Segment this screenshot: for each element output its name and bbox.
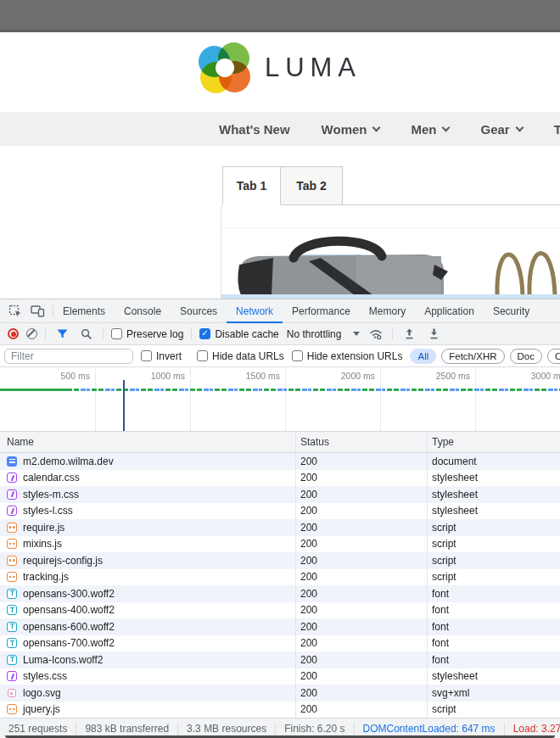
table-row[interactable]: opensans-600.woff2 200 font bbox=[0, 618, 560, 635]
column-header-name[interactable]: Name bbox=[0, 436, 295, 448]
store-logo[interactable]: LUMA bbox=[0, 42, 560, 93]
search-button[interactable] bbox=[78, 326, 95, 343]
devtools-tab-bar: Elements Console Sources Network Perform… bbox=[0, 299, 560, 323]
table-row[interactable]: Luma-Icons.woff2 200 font bbox=[0, 651, 560, 668]
hide-extension-urls-checkbox[interactable] bbox=[292, 350, 303, 361]
table-row[interactable]: jquery.js 200 script bbox=[0, 702, 560, 718]
request-name: styles.css bbox=[23, 670, 67, 682]
nav-item-gear[interactable]: Gear bbox=[480, 122, 522, 137]
devtools-tab-application[interactable]: Application bbox=[415, 299, 484, 323]
preserve-log-checkbox[interactable] bbox=[111, 328, 122, 339]
nav-item-women[interactable]: Women bbox=[322, 122, 380, 137]
table-row[interactable]: opensans-700.woff2 200 font bbox=[0, 635, 560, 652]
invert-label: Invert bbox=[156, 350, 182, 362]
table-row[interactable]: requirejs-config.js 200 script bbox=[0, 552, 560, 569]
request-status: 200 bbox=[295, 571, 427, 583]
column-divider bbox=[295, 432, 296, 718]
network-overview-timeline[interactable]: 500 ms 1000 ms 1500 ms 2000 ms 2500 ms 3… bbox=[0, 367, 560, 432]
request-status: 200 bbox=[295, 472, 427, 484]
devtools-tab-memory[interactable]: Memory bbox=[360, 299, 415, 323]
table-row[interactable]: m2.demo.wilma.dev 200 document bbox=[0, 453, 560, 470]
page-tab-2[interactable]: Tab 2 bbox=[281, 166, 343, 205]
filter-toggle-button[interactable] bbox=[53, 326, 70, 343]
request-type: stylesheet bbox=[427, 472, 560, 484]
column-divider bbox=[427, 432, 428, 718]
table-row[interactable]: styles-m.css 200 stylesheet bbox=[0, 486, 560, 503]
request-status: 200 bbox=[295, 637, 427, 649]
page-tab-strip: Tab 1 Tab 2 bbox=[222, 166, 343, 205]
hide-extension-urls-control[interactable]: Hide extension URLs bbox=[292, 350, 403, 362]
nav-item-training[interactable]: Training bbox=[554, 122, 560, 137]
stylesheet-icon bbox=[7, 472, 17, 483]
preserve-log-control[interactable]: Preserve log bbox=[111, 328, 183, 340]
page-tab-1[interactable]: Tab 1 bbox=[222, 166, 281, 205]
table-row[interactable]: calendar.css 200 stylesheet bbox=[0, 470, 560, 487]
table-row[interactable]: tracking.js 200 script bbox=[0, 569, 560, 586]
dom-content-loaded-marker bbox=[123, 380, 125, 432]
divider bbox=[103, 327, 104, 340]
request-type: stylesheet bbox=[427, 505, 560, 517]
throttling-select[interactable]: No throttling bbox=[287, 328, 361, 340]
table-row[interactable]: opensans-400.woff2 200 font bbox=[0, 602, 560, 619]
request-type: script bbox=[427, 538, 560, 550]
script-icon bbox=[7, 556, 17, 566]
request-status: 200 bbox=[295, 654, 427, 666]
column-header-type[interactable]: Type bbox=[427, 436, 560, 448]
request-status: 200 bbox=[295, 604, 427, 616]
request-status: 200 bbox=[295, 489, 427, 500]
browser-title-bar bbox=[0, 0, 560, 32]
devtools-tab-sources[interactable]: Sources bbox=[171, 299, 227, 323]
chevron-down-icon bbox=[442, 123, 451, 131]
devtools-tab-performance[interactable]: Performance bbox=[283, 299, 360, 323]
table-row[interactable]: styles.css 200 stylesheet bbox=[0, 668, 560, 685]
luma-logo-icon bbox=[199, 42, 251, 93]
search-icon bbox=[81, 328, 92, 340]
request-status: 200 bbox=[295, 456, 427, 467]
devtools-tab-elements[interactable]: Elements bbox=[53, 299, 115, 323]
nav-label: Training bbox=[554, 122, 560, 137]
hide-data-urls-checkbox[interactable] bbox=[197, 350, 208, 361]
clear-network-log-button[interactable] bbox=[26, 328, 37, 339]
image-icon bbox=[8, 689, 16, 697]
nav-item-men[interactable]: Men bbox=[411, 122, 449, 137]
request-type: font bbox=[427, 654, 560, 666]
export-har-button[interactable] bbox=[425, 326, 442, 343]
devtools-tab-network[interactable]: Network bbox=[227, 299, 283, 323]
nav-item-whats-new[interactable]: What's New bbox=[219, 122, 290, 137]
throttling-value: No throttling bbox=[287, 328, 342, 340]
device-toolbar-button[interactable] bbox=[29, 303, 46, 320]
filter-pill-doc[interactable]: Doc bbox=[510, 349, 542, 364]
disable-cache-control[interactable]: Disable cache bbox=[199, 328, 278, 340]
devtools-tab-security[interactable]: Security bbox=[484, 299, 539, 323]
logo-wordmark: LUMA bbox=[265, 53, 361, 83]
network-conditions-button[interactable] bbox=[367, 326, 384, 343]
timeline-gridline bbox=[380, 367, 381, 431]
stylesheet-icon bbox=[7, 671, 17, 681]
chevron-down-icon bbox=[372, 123, 381, 131]
column-header-status[interactable]: Status bbox=[295, 436, 427, 448]
filter-pill-fetch-xhr[interactable]: Fetch/XHR bbox=[441, 349, 504, 364]
import-har-button[interactable] bbox=[400, 326, 417, 343]
request-status: 200 bbox=[295, 670, 427, 682]
timeline-tick: 2000 ms bbox=[287, 371, 375, 381]
request-name: opensans-300.woff2 bbox=[23, 588, 115, 600]
inspect-element-button[interactable] bbox=[7, 303, 24, 320]
table-row[interactable]: require.js 200 script bbox=[0, 519, 560, 536]
table-row[interactable]: mixins.js 200 script bbox=[0, 536, 560, 553]
filter-input[interactable] bbox=[4, 349, 133, 364]
record-network-log-button[interactable] bbox=[8, 328, 19, 339]
request-type: font bbox=[427, 588, 560, 600]
dom-content-loaded-time: DOMContentLoaded: 647 ms bbox=[355, 723, 505, 735]
request-status: 200 bbox=[295, 687, 427, 699]
table-row[interactable]: logo.svg 200 svg+xml bbox=[0, 685, 560, 702]
filter-pill-css[interactable]: CSS bbox=[547, 349, 560, 364]
table-row[interactable]: opensans-300.woff2 200 font bbox=[0, 585, 560, 602]
disable-cache-checkbox[interactable] bbox=[199, 328, 210, 339]
hide-data-urls-control[interactable]: Hide data URLs bbox=[197, 350, 284, 362]
table-row[interactable]: styles-l.css 200 stylesheet bbox=[0, 503, 560, 520]
table-header: Name Status Type bbox=[0, 432, 560, 453]
invert-control[interactable]: Invert bbox=[141, 350, 182, 362]
filter-pill-all[interactable]: All bbox=[410, 349, 436, 364]
invert-checkbox[interactable] bbox=[141, 350, 152, 361]
devtools-tab-console[interactable]: Console bbox=[115, 299, 171, 323]
